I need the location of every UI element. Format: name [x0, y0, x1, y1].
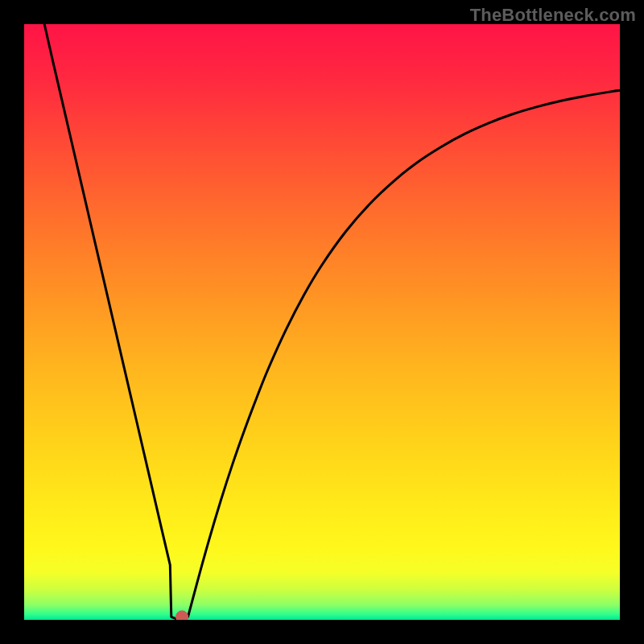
gradient-chart: [24, 24, 620, 620]
chart-frame: TheBottleneck.com: [0, 0, 644, 644]
watermark-text: TheBottleneck.com: [470, 5, 636, 26]
plot-area: [24, 24, 620, 620]
